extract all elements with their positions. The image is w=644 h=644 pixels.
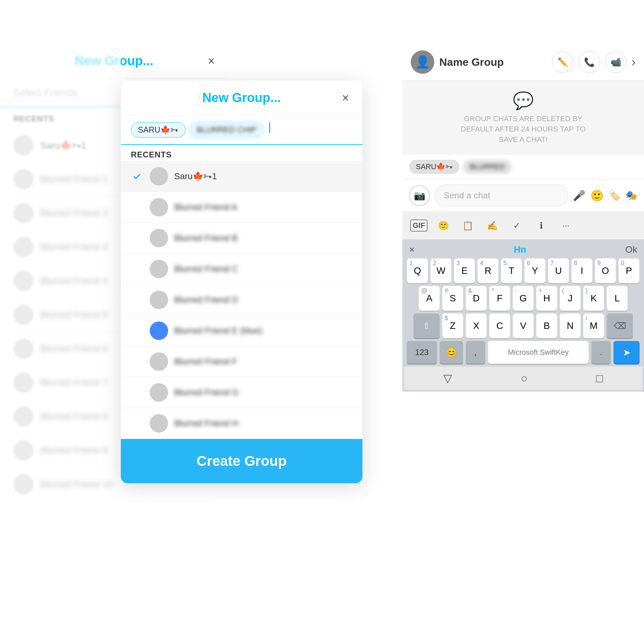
- emoji-keyboard-button[interactable]: 😊: [440, 341, 463, 364]
- chip-saru[interactable]: SARU🍁🗝: [131, 122, 186, 138]
- keyboard-suggestion-middle[interactable]: Hn: [514, 244, 526, 255]
- middle-friend-name-2: Blurred Friend B: [174, 233, 238, 243]
- blur-overlay: [0, 44, 121, 644]
- key-f[interactable]: *F: [489, 286, 510, 311]
- create-group-button[interactable]: Create Group: [121, 439, 362, 483]
- key-x[interactable]: X: [466, 313, 487, 338]
- key-z[interactable]: $Z: [442, 313, 463, 338]
- message-input-row: 📷 Send a chat 🎤 🙂 🏷️ 🎭: [402, 179, 644, 211]
- right-chip-saru: SARU🍁🗝: [409, 160, 459, 174]
- key-y[interactable]: 6Y: [525, 258, 545, 283]
- num-key[interactable]: 123: [407, 341, 437, 364]
- more-button[interactable]: ···: [556, 216, 576, 235]
- middle-friend-item-6[interactable]: Blurred Friend F: [121, 346, 362, 377]
- key-c[interactable]: C: [489, 313, 510, 338]
- key-i[interactable]: 8I: [572, 258, 592, 283]
- middle-friend-item-1[interactable]: Blurred Friend A: [121, 192, 362, 223]
- middle-friend-item-3[interactable]: Blurred Friend C: [121, 254, 362, 285]
- middle-close-button[interactable]: ×: [342, 91, 349, 105]
- middle-friend-list-container: Saru🍁🗝1Blurred Friend ABlurred Friend BB…: [121, 161, 362, 439]
- key-s[interactable]: #S: [442, 286, 463, 311]
- middle-friend-name-8: Blurred Friend H: [174, 418, 238, 429]
- keyboard-suggestion-row: × Hn Ok: [404, 243, 642, 258]
- middle-friend-item-4[interactable]: Blurred Friend D: [121, 285, 362, 315]
- key-k[interactable]: )K: [583, 286, 604, 311]
- mic-button[interactable]: 🎤: [573, 190, 585, 201]
- message-input[interactable]: Send a chat: [435, 185, 568, 206]
- nav-back-button[interactable]: ▽: [443, 371, 452, 385]
- sticker-button[interactable]: 🏷️: [609, 190, 621, 201]
- text-cursor: [269, 122, 270, 133]
- left-close-button[interactable]: ×: [208, 54, 215, 68]
- middle-friend-item-8[interactable]: Blurred Friend H: [121, 408, 362, 439]
- keyboard-cancel[interactable]: ×: [409, 244, 414, 255]
- middle-friend-name-0: Saru🍁🗝1: [174, 171, 217, 182]
- middle-friend-name-7: Blurred Friend G: [174, 387, 239, 398]
- key-p[interactable]: 0P: [618, 258, 639, 283]
- key-e[interactable]: 3E: [454, 258, 475, 283]
- key-u[interactable]: 7U: [548, 258, 569, 283]
- right-chip-blurred: BLURRED: [463, 160, 511, 174]
- middle-friend-item-5[interactable]: Blurred Friend E (blue): [121, 315, 362, 346]
- toolbar-row: GIF 🙂 📋 ✍️ ✓ ℹ ···: [402, 211, 644, 239]
- chip-blurred[interactable]: BLURRED CHIP: [190, 122, 264, 138]
- sticker-toolbar-button[interactable]: 🙂: [434, 216, 453, 235]
- video-button[interactable]: 📹: [605, 51, 627, 73]
- nav-home-button[interactable]: ○: [521, 372, 528, 385]
- key-d[interactable]: &D: [466, 286, 487, 311]
- pencil-button[interactable]: ✏️: [552, 51, 574, 73]
- key-w[interactable]: 2W: [431, 258, 451, 283]
- check-button[interactable]: ✓: [507, 216, 527, 235]
- handwriting-button[interactable]: ✍️: [483, 216, 502, 235]
- delete-key[interactable]: ⌫: [607, 313, 633, 338]
- middle-friend-item-7[interactable]: Blurred Friend G: [121, 377, 362, 408]
- middle-friend-item-0[interactable]: Saru🍁🗝1: [121, 161, 362, 192]
- keyboard-bottom-row: 123 😊 , Microsoft SwiftKey . ➤: [404, 341, 642, 364]
- emoji-button[interactable]: 🙂: [590, 189, 604, 202]
- key-g[interactable]: -G: [513, 286, 534, 311]
- phone-button[interactable]: 📞: [579, 51, 600, 73]
- key-l[interactable]: L: [607, 286, 628, 311]
- key-q[interactable]: 1Q: [407, 258, 428, 283]
- check-icon-7: [131, 387, 143, 399]
- send-button[interactable]: ➤: [613, 341, 640, 364]
- check-icon-3: [131, 263, 143, 275]
- right-chip-blurred-label: BLURRED: [469, 162, 505, 171]
- middle-friend-avatar-8: [150, 414, 168, 433]
- period-key[interactable]: .: [591, 341, 611, 364]
- keyboard-row-2: @A #S &D *F -G +H (J )K L: [404, 286, 642, 311]
- nav-recents-button[interactable]: □: [596, 372, 603, 385]
- check-icon-8: [131, 417, 143, 430]
- check-icon-0: [131, 170, 143, 183]
- keyboard-row-3: ⇧ $Z X C V B N /M ⌫: [404, 313, 642, 338]
- bitmoji-button[interactable]: 🎭: [626, 190, 637, 201]
- chat-bubble-icon: 💬: [513, 91, 534, 110]
- key-o[interactable]: 9O: [595, 258, 616, 283]
- keyboard: × Hn Ok 1Q 2W 3E 4R 5T 6Y 7U 8I 9O 0P @A…: [402, 239, 644, 392]
- chevron-right-icon[interactable]: ›: [632, 55, 636, 69]
- info-button[interactable]: ℹ: [532, 216, 551, 235]
- key-t[interactable]: 5T: [501, 258, 522, 283]
- clipboard-button[interactable]: 📋: [458, 216, 478, 235]
- shift-key[interactable]: ⇧: [413, 313, 440, 338]
- key-n[interactable]: N: [560, 313, 581, 338]
- space-key[interactable]: Microsoft SwiftKey: [488, 341, 589, 364]
- gif-button[interactable]: GIF: [409, 216, 429, 235]
- key-r[interactable]: 4R: [478, 258, 498, 283]
- right-header: 👤 Name Group ✏️ 📞 📹 ›: [402, 44, 644, 81]
- middle-header: New Group... ×: [121, 81, 362, 115]
- chip-blurred-label: BLURRED CHIP: [197, 125, 257, 135]
- middle-friend-item-2[interactable]: Blurred Friend B: [121, 223, 362, 254]
- key-h[interactable]: +H: [536, 286, 557, 311]
- camera-button[interactable]: 📷: [409, 185, 430, 206]
- key-v[interactable]: V: [513, 313, 534, 338]
- middle-friend-avatar-1: [150, 198, 168, 216]
- comma-key[interactable]: ,: [466, 341, 485, 364]
- key-a[interactable]: @A: [419, 286, 440, 311]
- keyboard-suggestion-right[interactable]: Ok: [625, 244, 637, 255]
- middle-recents-label: RECENTS: [121, 145, 362, 161]
- key-j[interactable]: (J: [560, 286, 581, 311]
- middle-friend-name-4: Blurred Friend D: [174, 295, 238, 305]
- key-m[interactable]: /M: [583, 313, 604, 338]
- key-b[interactable]: B: [536, 313, 557, 338]
